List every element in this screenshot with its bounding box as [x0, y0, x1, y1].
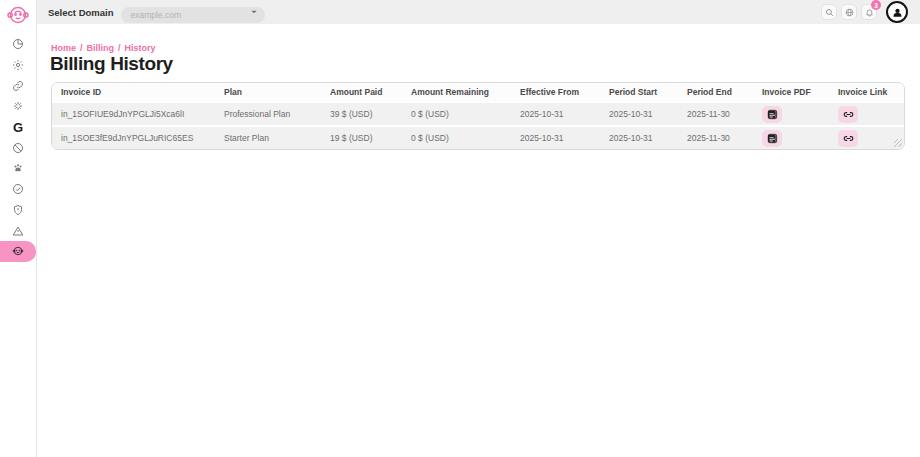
notifications-button[interactable]: 3: [861, 4, 877, 20]
cell-plan: Starter Plan: [215, 133, 321, 143]
sidebar-item-security[interactable]: [0, 200, 36, 221]
cell-period-start: 2025-10-31: [600, 133, 678, 143]
pie-chart-icon: [12, 38, 24, 50]
sidebar-item-crawler[interactable]: [0, 158, 36, 179]
table-body: in_1SOFIUE9dJnYPGLJi5Xca6lI Professional…: [52, 101, 904, 149]
invoice-link-button[interactable]: [838, 130, 858, 147]
sidebar-item-billing-active[interactable]: [0, 241, 36, 262]
col-plan: Plan: [215, 87, 321, 97]
domain-input[interactable]: [121, 7, 265, 23]
warning-triangle-icon: [12, 225, 24, 237]
sidebar-item-integrations[interactable]: [0, 75, 36, 96]
invoice-link-button[interactable]: [838, 106, 858, 123]
monkey-logo-icon: [7, 4, 29, 26]
invoice-pdf-button[interactable]: [762, 130, 782, 147]
gear-icon: [12, 59, 24, 71]
globe-icon: [845, 8, 854, 17]
monkey-icon: [12, 245, 24, 257]
col-period-start: Period Start: [600, 87, 678, 97]
sidebar-item-magic[interactable]: [0, 96, 36, 117]
page-title: Billing History: [50, 53, 173, 75]
col-invoice-pdf: Invoice PDF: [753, 87, 829, 97]
table-header-row: Invoice ID Plan Amount Paid Amount Remai…: [52, 83, 904, 101]
search-icon: [825, 8, 834, 17]
domain-selector[interactable]: [121, 4, 265, 20]
sidebar-item-settings[interactable]: [0, 55, 36, 76]
breadcrumb: Home / Billing / History: [51, 43, 156, 53]
topbar-actions: 3: [821, 1, 920, 23]
breadcrumb-separator: /: [80, 43, 83, 53]
table-row: in_1SOFIUE9dJnYPGLJi5Xca6lI Professional…: [52, 101, 904, 125]
cell-invoice-id: in_1SOE3fE9dJnYPGLJuRIC65ES: [52, 133, 215, 143]
block-icon: [12, 142, 24, 154]
link-icon: [12, 80, 24, 92]
billing-history-table: Invoice ID Plan Amount Paid Amount Remai…: [51, 82, 905, 150]
app-root: G: [0, 0, 920, 457]
shield-icon: [12, 204, 24, 216]
invoice-link-icon: [843, 109, 854, 120]
cell-plan: Professional Plan: [215, 109, 321, 119]
user-icon: [891, 6, 904, 19]
cell-amount-remaining: 0 $ (USD): [402, 109, 511, 119]
sparkle-icon: [12, 100, 24, 112]
col-invoice-link: Invoice Link: [829, 87, 904, 97]
google-icon: G: [13, 120, 23, 135]
main-content: Home / Billing / History Billing History…: [37, 24, 920, 457]
chevron-down-icon[interactable]: [250, 8, 258, 16]
globe-button[interactable]: [841, 4, 857, 20]
cell-effective-from: 2025-10-31: [511, 133, 600, 143]
topbar: Select Domain 3: [37, 0, 920, 24]
user-avatar[interactable]: [886, 1, 908, 23]
cell-period-start: 2025-10-31: [600, 109, 678, 119]
sidebar-item-google[interactable]: G: [0, 117, 36, 138]
breadcrumb-history[interactable]: History: [125, 43, 156, 53]
cell-amount-paid: 19 $ (USD): [321, 133, 402, 143]
pdf-file-icon: [767, 133, 778, 144]
col-effective-from: Effective From: [511, 87, 600, 97]
invoice-pdf-button[interactable]: [762, 106, 782, 123]
verified-icon: [12, 183, 24, 195]
sidebar-item-analytics[interactable]: [0, 34, 36, 55]
col-period-end: Period End: [678, 87, 753, 97]
col-amount-remaining: Amount Remaining: [402, 87, 511, 97]
paw-icon: [12, 162, 24, 174]
cell-period-end: 2025-11-30: [678, 133, 753, 143]
cell-amount-remaining: 0 $ (USD): [402, 133, 511, 143]
pdf-file-icon: [767, 109, 778, 120]
sidebar-item-alerts[interactable]: [0, 220, 36, 241]
sidebar-items: G: [0, 30, 36, 262]
cell-effective-from: 2025-10-31: [511, 109, 600, 119]
cell-period-end: 2025-11-30: [678, 109, 753, 119]
table-row: in_1SOE3fE9dJnYPGLJuRIC65ES Starter Plan…: [52, 125, 904, 149]
cell-invoice-id: in_1SOFIUE9dJnYPGLJi5Xca6lI: [52, 109, 215, 119]
sidebar-item-verified[interactable]: [0, 179, 36, 200]
cell-amount-paid: 39 $ (USD): [321, 109, 402, 119]
breadcrumb-home[interactable]: Home: [51, 43, 76, 53]
sidebar-item-blocklist[interactable]: [0, 137, 36, 158]
brand-logo[interactable]: [0, 0, 36, 30]
sidebar: G: [0, 0, 37, 457]
breadcrumb-separator: /: [118, 43, 121, 53]
search-button[interactable]: [821, 4, 837, 20]
invoice-link-icon: [843, 133, 854, 144]
col-amount-paid: Amount Paid: [321, 87, 402, 97]
notification-badge: 3: [871, 0, 881, 10]
select-domain-label: Select Domain: [48, 7, 113, 18]
col-invoice-id: Invoice ID: [52, 87, 215, 97]
breadcrumb-billing[interactable]: Billing: [87, 43, 115, 53]
